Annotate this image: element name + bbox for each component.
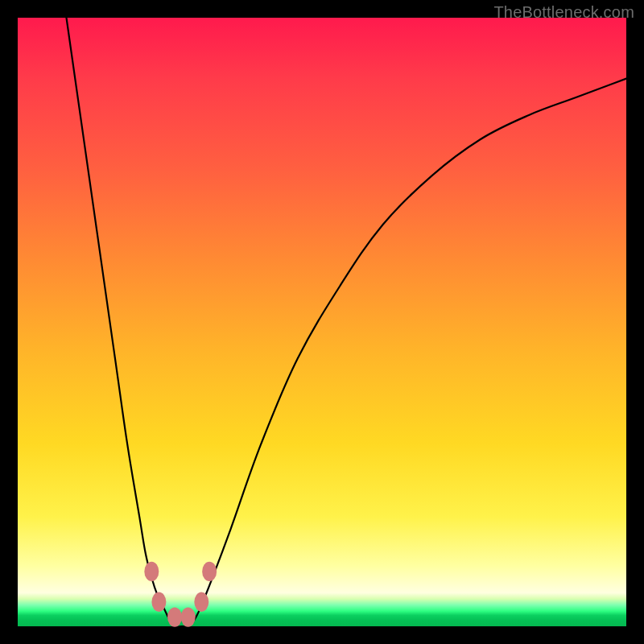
dot-right-upper [202, 562, 217, 581]
dot-bottom-right [181, 608, 196, 627]
dot-bottom-left [167, 608, 182, 627]
dot-left-upper [144, 562, 159, 581]
dot-right-lower [194, 592, 208, 612]
chart-svg [18, 18, 626, 626]
chart-frame [18, 18, 626, 626]
dot-left-lower [151, 592, 166, 612]
bottleneck-curve [66, 18, 626, 627]
curve-markers [144, 562, 217, 627]
